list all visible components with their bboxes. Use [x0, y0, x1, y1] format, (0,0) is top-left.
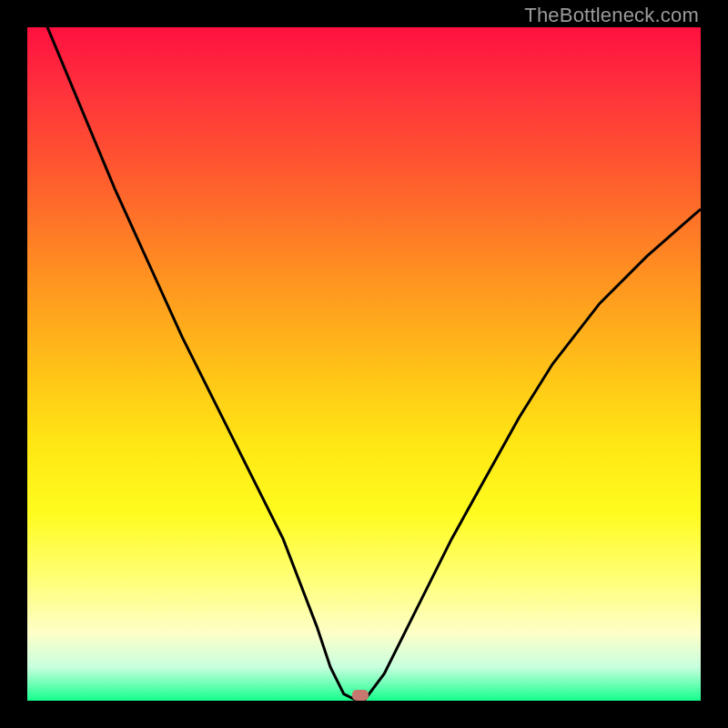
optimum-marker — [352, 690, 369, 701]
watermark-label: TheBottleneck.com — [524, 4, 699, 27]
bottleneck-curve — [27, 27, 701, 701]
curve-path — [27, 27, 701, 701]
chart-frame: TheBottleneck.com — [0, 0, 728, 728]
plot-area — [27, 27, 701, 701]
